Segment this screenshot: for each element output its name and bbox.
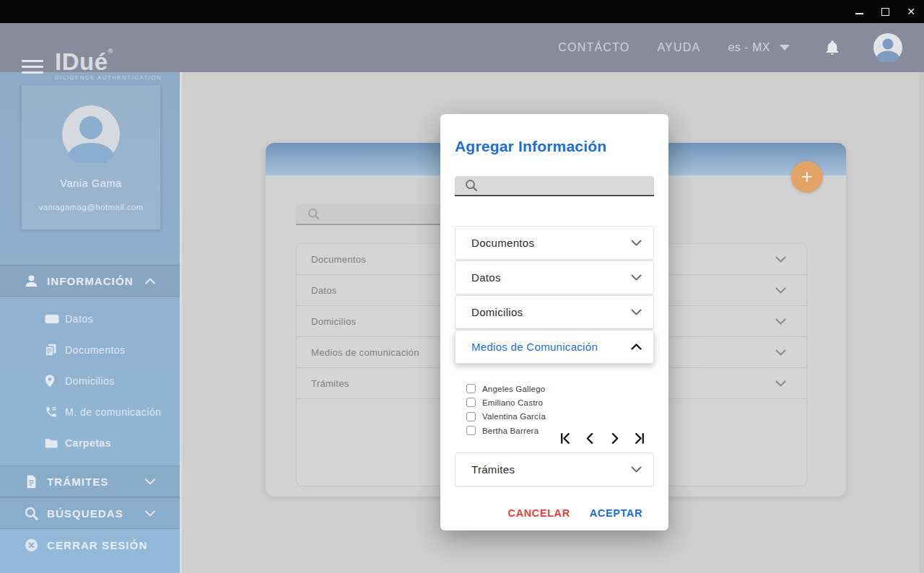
accordion-medios-comunicacion[interactable]: Medios de Comunicación: [455, 330, 654, 364]
sidebar-section-busquedas[interactable]: BÚSQUEDAS: [0, 497, 180, 529]
cancel-button[interactable]: CANCELAR: [508, 507, 570, 519]
scrollbar[interactable]: [919, 72, 924, 573]
row-label: Medios de comunicación: [311, 347, 419, 358]
medios-options-list: Angeles Gallego Emiliano Castro Valentin…: [466, 382, 546, 437]
person-icon: [25, 274, 38, 288]
close-circle-icon: [25, 538, 38, 552]
sidebar-item-label: Carpetas: [65, 437, 111, 449]
chevron-down-icon: [631, 466, 642, 473]
accordion-label: Medios de Comunicación: [471, 341, 598, 353]
chevron-right-icon: [608, 432, 622, 445]
dialog-search-input[interactable]: [478, 176, 654, 195]
help-link[interactable]: AYUDA: [657, 41, 700, 54]
accordion-label: Trámites: [471, 463, 515, 476]
dialog-search[interactable]: [455, 176, 654, 196]
chevron-down-icon: [631, 274, 642, 281]
minimize-button[interactable]: [846, 0, 872, 23]
phone-icon: [45, 406, 61, 419]
chevron-down-icon: [775, 287, 786, 294]
option-label: Bertha Barrera: [482, 427, 539, 435]
locale-selector[interactable]: es - MX: [728, 41, 790, 54]
checkbox[interactable]: [466, 412, 476, 421]
accordion-label: Domicilios: [471, 306, 523, 318]
maximize-icon: [881, 8, 889, 16]
chevron-down-icon: [145, 478, 155, 485]
chevron-down-icon: [775, 256, 786, 263]
contact-link[interactable]: CONTÁCTO: [558, 41, 629, 54]
search-icon: [308, 208, 320, 220]
option-angeles-gallego[interactable]: Angeles Gallego: [466, 382, 546, 395]
minimize-icon: [855, 13, 863, 14]
search-icon: [25, 507, 38, 520]
accordion-tramites-wrap: Trámites: [455, 452, 654, 487]
brand-subtitle: DILIGENCE AUTHENTICATION: [55, 74, 162, 81]
accordion-documentos[interactable]: Documentos: [455, 226, 654, 260]
dialog-actions: CANCELAR ACEPTAR: [508, 507, 642, 519]
chevron-down-icon: [775, 380, 786, 387]
maximize-button[interactable]: [872, 0, 898, 23]
row-label: Documentos: [311, 254, 366, 265]
sidebar-logout[interactable]: CERRAR SESIÓN: [0, 529, 180, 561]
notifications-button[interactable]: [824, 39, 840, 56]
close-button[interactable]: ✕: [898, 0, 924, 23]
row-label: Datos: [311, 285, 336, 296]
profile-avatar: [62, 105, 120, 163]
header-actions: CONTÁCTO AYUDA es - MX: [558, 23, 902, 72]
sidebar-item-comunicacion[interactable]: M. de comunicación: [0, 396, 180, 427]
section-label: BÚSQUEDAS: [47, 507, 123, 520]
checkbox[interactable]: [466, 384, 476, 393]
search-icon: [465, 179, 478, 192]
accordion-datos[interactable]: Datos: [455, 261, 654, 294]
sidebar-item-datos[interactable]: Datos: [0, 303, 180, 334]
options-pagination: [559, 432, 646, 445]
option-valentina-garcia[interactable]: Valentina García: [466, 410, 546, 424]
user-avatar[interactable]: [873, 33, 902, 62]
chevron-up-icon: [631, 344, 642, 350]
sidebar-item-carpetas[interactable]: Carpetas: [0, 427, 180, 458]
sidebar-section-tramites[interactable]: TRÁMITES: [0, 465, 180, 497]
sidebar-item-documentos[interactable]: Documentos: [0, 334, 180, 365]
last-page-button[interactable]: [632, 432, 646, 445]
chevron-down-icon: [780, 45, 790, 51]
first-page-button[interactable]: [559, 432, 572, 445]
sidebar-item-label: Documentos: [65, 344, 126, 356]
registered-mark: ®: [108, 48, 113, 55]
profile-card: Vania Gama vaniagamag@hotmail.com: [22, 85, 160, 229]
accordion-tramites[interactable]: Trámites: [455, 452, 654, 486]
document-icon: [25, 475, 38, 489]
last-page-icon: [632, 432, 646, 445]
option-bertha-barrera[interactable]: Bertha Barrera: [466, 424, 546, 437]
accordion-domicilios[interactable]: Domicilios: [455, 295, 654, 329]
sidebar-item-domicilios[interactable]: Domicilios: [0, 365, 180, 396]
row-label: Domicilios: [311, 316, 356, 327]
card-icon: [45, 312, 61, 325]
next-page-button[interactable]: [608, 432, 622, 445]
chevron-down-icon: [775, 318, 786, 325]
menu-icon[interactable]: [22, 60, 43, 77]
chevron-down-icon: [631, 309, 642, 315]
chevron-down-icon: [145, 510, 155, 517]
avatar-icon: [873, 33, 902, 62]
close-icon: ✕: [907, 6, 915, 17]
dialog-accordion-group: Documentos Datos Domicilios Medios de Co…: [455, 226, 654, 364]
location-pin-icon: [45, 375, 61, 388]
user-name: Vania Gama: [22, 178, 160, 189]
section-label: TRÁMITES: [47, 476, 108, 488]
brand-logo: IDué® DILIGENCE AUTHENTICATION: [55, 50, 162, 81]
chevron-down-icon: [631, 240, 642, 246]
sidebar-item-label: M. de comunicación: [65, 406, 162, 418]
option-label: Emiliano Castro: [482, 398, 543, 407]
checkbox[interactable]: [466, 426, 476, 435]
previous-page-button[interactable]: [583, 432, 597, 445]
checkbox[interactable]: [466, 398, 476, 407]
option-emiliano-castro[interactable]: Emiliano Castro: [466, 395, 546, 409]
sidebar-subnav: Datos Documentos Domicilios M. de comuni…: [0, 303, 180, 458]
add-button[interactable]: +: [791, 161, 823, 193]
accept-button[interactable]: ACEPTAR: [590, 507, 642, 519]
option-label: Angeles Gallego: [482, 385, 545, 393]
sidebar: Vania Gama vaniagamag@hotmail.com INFORM…: [0, 72, 182, 573]
sidebar-section-informacion[interactable]: INFORMACIÓN: [0, 265, 180, 297]
chevron-left-icon: [583, 432, 597, 445]
bell-icon: [824, 39, 840, 56]
chevron-up-icon: [145, 278, 155, 284]
